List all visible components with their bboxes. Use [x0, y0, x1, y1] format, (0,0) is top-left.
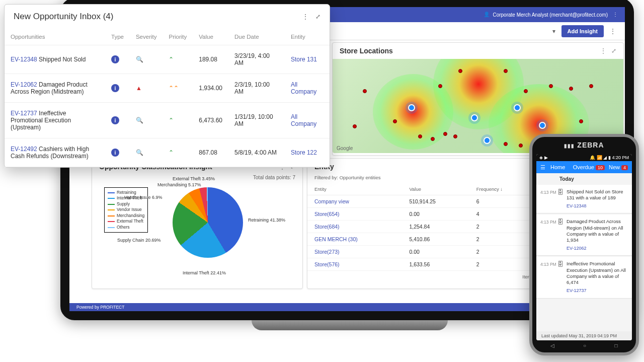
phone-frame: ▮▮▮ ZEBRA ◈ ▶ 🔔 📶 ◢ ▮ 4:20 PM ☰ Home Ove… [529, 134, 639, 355]
frequency-cell: 2 [469, 221, 536, 233]
search-icon: 🔍 [136, 150, 143, 156]
col-frequency[interactable]: Frequency ↓ [469, 183, 536, 195]
col-entity[interactable]: Entity [307, 183, 402, 195]
user-icon: 👤 [484, 12, 490, 17]
opportunity-id[interactable]: EV-12348 [11, 56, 37, 63]
table-row[interactable]: EV-12348 Shipped Not Soldi🔍⌃189.083/23/1… [5, 45, 330, 74]
entity-link[interactable]: Store(273) [307, 246, 402, 258]
table-row[interactable]: EV-12492 Cashiers with High Cash Refunds… [5, 138, 330, 167]
phone-screen: ◈ ▶ 🔔 📶 ◢ ▮ 4:20 PM ☰ Home Overdue10 New… [536, 154, 632, 340]
frequency-cell: 2 [469, 258, 536, 271]
frequency-cell: 2 [469, 246, 536, 258]
info-icon: i [111, 116, 119, 124]
col-entity[interactable]: Entity [285, 29, 330, 45]
filter-icon[interactable]: ▾ [550, 26, 557, 36]
powered-by: Powered by PROFITECT [76, 305, 124, 310]
user-label: Corporate Merch Analyst (merchant@profit… [493, 12, 608, 18]
col-value[interactable]: Value [193, 29, 228, 45]
add-insight-button[interactable]: Add Insight [561, 25, 604, 37]
entity-link[interactable]: All Company [291, 113, 316, 127]
entity-link[interactable]: Store(576) [307, 258, 402, 271]
value-cell: 189.08 [193, 45, 228, 74]
pie-chart[interactable]: Retraining Internal Theft Supply Vendor … [92, 182, 302, 283]
alert-icon: ▲ [136, 85, 142, 91]
entity-link[interactable]: Company view [307, 195, 402, 208]
info-icon: i [111, 149, 119, 157]
phone-nav-bar: ◁ ○ □ [536, 341, 632, 350]
home-icon[interactable]: ○ [583, 343, 586, 348]
frequency-cell: 2 [469, 233, 536, 246]
item-text: Shipped Not Sold on Store 131 with a val… [567, 189, 623, 200]
col-type[interactable]: Type [105, 29, 130, 45]
due-date-cell: 3/23/19, 4:00 AM [228, 45, 285, 74]
pie-label-merchandising: Merchandising 5.17% [157, 182, 201, 187]
value-cell: 510,914.25 [402, 195, 469, 208]
more-vert-icon[interactable]: ⋮ [302, 14, 308, 20]
entity-link[interactable]: Store 131 [291, 56, 317, 63]
archive-icon: 🗄 [557, 189, 564, 195]
item-ev[interactable]: EV-12062 [567, 246, 628, 252]
pie-label-internal-theft: Internal Theft 22.41% [183, 270, 226, 275]
item-time: 4:13 PM [540, 261, 557, 267]
table-row[interactable]: EV-12062 Damaged Product Across Region (… [5, 74, 330, 103]
hamburger-icon[interactable]: ☰ [540, 165, 545, 170]
phone-status-bar: ◈ ▶ 🔔 📶 ◢ ▮ 4:20 PM [536, 154, 632, 161]
list-item[interactable]: 4:13 PM🗄Damaged Product Across Region (M… [536, 214, 632, 256]
status-time: 4:20 PM [612, 155, 629, 160]
opportunity-id[interactable]: EV-12737 [11, 110, 37, 117]
value-cell: 1,633.56 [402, 258, 469, 271]
value-cell: 1,254.84 [402, 221, 469, 233]
more-vert-icon[interactable]: ⋮ [600, 48, 606, 54]
inbox-title: New Opportunity Inbox (4) [14, 12, 113, 22]
due-date-cell: 1/31/19, 10:00 AM [228, 103, 285, 138]
pie-label-retraining: Retraining 41.38% [248, 218, 285, 223]
table-row[interactable]: EV-12737 Ineffective Promotional Executi… [5, 103, 330, 138]
pie-label-vendor-issue: Vendor Issue 6.9% [124, 195, 163, 200]
item-text: Ineffective Promotional Execution (Upstr… [567, 261, 626, 285]
due-date-cell: 5/8/19, 4:00 AM [228, 138, 285, 167]
phone-app-bar: ☰ Home Overdue10 New4 [536, 161, 632, 173]
archive-icon: 🗄 [557, 261, 564, 267]
value-cell: 0.00 [402, 208, 469, 221]
entity-link[interactable]: Store(684) [307, 221, 402, 233]
col-due-date[interactable]: Due Date [228, 29, 285, 45]
col-severity[interactable]: Severity [130, 29, 163, 45]
opportunity-id[interactable]: EV-12062 [11, 81, 37, 88]
map-title: Store Locations [340, 47, 393, 55]
opportunity-desc: Shipped Not Sold [39, 56, 86, 63]
status-icons-left: ◈ ▶ [539, 155, 548, 160]
more-vert-icon[interactable]: ⋮ [613, 12, 618, 17]
expand-icon[interactable]: ⤢ [611, 48, 616, 54]
recent-icon[interactable]: □ [615, 343, 618, 348]
opportunity-inbox-panel: New Opportunity Inbox (4) ⋮ ⤢ Opportunit… [4, 4, 330, 168]
col-priority[interactable]: Priority [163, 29, 193, 45]
priority-up-icon: ⌃ [169, 150, 174, 156]
priority-up-icon: ⌃ [169, 117, 174, 123]
home-tab[interactable]: Home [550, 164, 565, 170]
today-header: Today [536, 173, 632, 184]
opportunity-id[interactable]: EV-12492 [11, 146, 37, 153]
list-item[interactable]: 4:13 PM🗄Ineffective Promotional Executio… [536, 257, 632, 298]
overdue-tab[interactable]: Overdue10 [573, 164, 605, 170]
entity-link[interactable]: GEN MERCH (30) [307, 233, 402, 246]
new-tab[interactable]: New4 [609, 164, 628, 170]
item-ev[interactable]: EV-12348 [567, 203, 628, 209]
frequency-cell: 4 [469, 208, 536, 221]
due-date-cell: 2/3/19, 10:00 AM [228, 74, 285, 103]
col-value[interactable]: Value [402, 183, 469, 195]
laptop-base [252, 320, 448, 330]
list-item[interactable]: 4:13 PM🗄Shipped Not Sold on Store 131 wi… [536, 185, 632, 213]
search-icon: 🔍 [136, 117, 143, 123]
col-opportunities[interactable]: Opportunities [5, 29, 105, 45]
expand-icon[interactable]: ⤢ [315, 14, 320, 20]
entity-link[interactable]: All Company [291, 81, 316, 95]
toolbar-more-icon[interactable]: ⋮ [608, 26, 618, 36]
item-time: 4:13 PM [540, 219, 557, 225]
item-time: 4:13 PM [540, 189, 557, 195]
back-icon[interactable]: ◁ [550, 343, 554, 348]
entity-link[interactable]: Store 122 [291, 149, 317, 156]
entity-link[interactable]: Store(654) [307, 208, 402, 221]
opportunity-classification-panel: Opportunity Classification Insight ⋮ ⤢ T… [92, 158, 303, 289]
last-updated: Last updated May 31, 2019 04:19 PM [536, 331, 632, 340]
item-ev[interactable]: EV-12737 [567, 288, 628, 294]
